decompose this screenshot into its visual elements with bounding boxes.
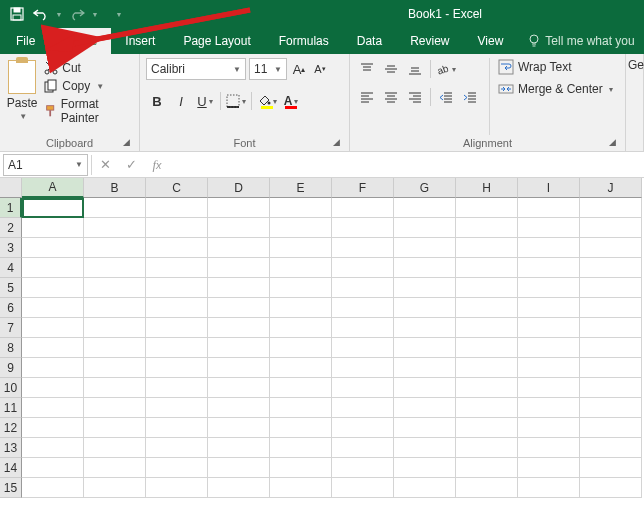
column-header[interactable]: E	[270, 178, 332, 198]
cell[interactable]	[146, 478, 208, 498]
cell[interactable]	[332, 418, 394, 438]
row-header[interactable]: 6	[0, 298, 22, 318]
column-header[interactable]: B	[84, 178, 146, 198]
align-center-button[interactable]	[380, 86, 402, 108]
copy-button[interactable]: Copy ▼	[42, 78, 133, 94]
copy-dropdown[interactable]: ▼	[94, 82, 104, 91]
cell[interactable]	[84, 338, 146, 358]
cell[interactable]	[208, 198, 270, 218]
fill-color-button[interactable]: ▾	[256, 90, 278, 112]
cell[interactable]	[456, 238, 518, 258]
font-launcher[interactable]: ◢	[329, 135, 343, 149]
column-header[interactable]: F	[332, 178, 394, 198]
font-name-select[interactable]: Calibri ▼	[146, 58, 246, 80]
cell[interactable]	[22, 338, 84, 358]
cell[interactable]	[456, 258, 518, 278]
formula-input[interactable]	[170, 154, 644, 176]
row-header[interactable]: 14	[0, 458, 22, 478]
cell[interactable]	[332, 398, 394, 418]
merge-dropdown[interactable]: ▾	[607, 85, 613, 94]
cell[interactable]	[208, 378, 270, 398]
cell[interactable]	[22, 238, 84, 258]
paste-button[interactable]: Paste ▼	[6, 58, 38, 135]
row-header[interactable]: 8	[0, 338, 22, 358]
cell[interactable]	[518, 378, 580, 398]
cell[interactable]	[394, 298, 456, 318]
cell[interactable]	[270, 478, 332, 498]
cell[interactable]	[146, 438, 208, 458]
redo-button[interactable]	[66, 3, 88, 25]
cell[interactable]	[208, 358, 270, 378]
cell[interactable]	[394, 278, 456, 298]
qat-customize[interactable]: ▼	[102, 3, 124, 25]
cancel-formula-button[interactable]: ✕	[92, 154, 118, 176]
cell[interactable]	[580, 398, 642, 418]
cell[interactable]	[332, 438, 394, 458]
cell[interactable]	[146, 338, 208, 358]
tab-page-layout[interactable]: Page Layout	[169, 28, 264, 54]
cell[interactable]	[580, 338, 642, 358]
cell[interactable]	[84, 198, 146, 218]
cell[interactable]	[394, 198, 456, 218]
cell[interactable]	[394, 258, 456, 278]
italic-button[interactable]: I	[170, 90, 192, 112]
cell[interactable]	[146, 198, 208, 218]
row-header[interactable]: 11	[0, 398, 22, 418]
cell[interactable]	[456, 338, 518, 358]
cell[interactable]	[580, 358, 642, 378]
cell[interactable]	[270, 318, 332, 338]
cell[interactable]	[518, 298, 580, 318]
clipboard-launcher[interactable]: ◢	[119, 135, 133, 149]
select-all-corner[interactable]	[0, 178, 22, 198]
font-color-button[interactable]: A ▾	[280, 90, 302, 112]
cell[interactable]	[580, 318, 642, 338]
row-header[interactable]: 2	[0, 218, 22, 238]
cell[interactable]	[84, 418, 146, 438]
cell[interactable]	[270, 218, 332, 238]
cell[interactable]	[394, 378, 456, 398]
cell[interactable]	[208, 398, 270, 418]
cell[interactable]	[270, 298, 332, 318]
cell[interactable]	[270, 458, 332, 478]
column-header[interactable]: H	[456, 178, 518, 198]
column-header[interactable]: J	[580, 178, 642, 198]
save-icon[interactable]	[6, 3, 28, 25]
cell[interactable]	[84, 298, 146, 318]
cell[interactable]	[456, 418, 518, 438]
cell[interactable]	[22, 298, 84, 318]
tab-file[interactable]: File	[0, 28, 51, 54]
align-right-button[interactable]	[404, 86, 426, 108]
insert-function-button[interactable]: fx	[144, 154, 170, 176]
tell-me[interactable]: Tell me what you	[517, 28, 634, 54]
cell[interactable]	[146, 458, 208, 478]
cell[interactable]	[270, 238, 332, 258]
cell[interactable]	[394, 238, 456, 258]
column-header[interactable]: C	[146, 178, 208, 198]
cell[interactable]	[22, 218, 84, 238]
row-header[interactable]: 4	[0, 258, 22, 278]
tab-data[interactable]: Data	[343, 28, 396, 54]
align-top-button[interactable]	[356, 58, 378, 80]
cell[interactable]	[518, 338, 580, 358]
tab-formulas[interactable]: Formulas	[265, 28, 343, 54]
cell[interactable]	[270, 438, 332, 458]
paste-dropdown[interactable]: ▼	[17, 112, 27, 121]
wrap-text-button[interactable]: Wrap Text	[496, 58, 615, 76]
cell[interactable]	[332, 198, 394, 218]
cell[interactable]	[270, 418, 332, 438]
cell[interactable]	[456, 438, 518, 458]
cell[interactable]	[518, 458, 580, 478]
cell[interactable]	[84, 278, 146, 298]
cell[interactable]	[332, 238, 394, 258]
cell[interactable]	[394, 478, 456, 498]
cell[interactable]	[332, 278, 394, 298]
column-header[interactable]: D	[208, 178, 270, 198]
increase-indent-button[interactable]	[459, 86, 481, 108]
cell[interactable]	[394, 438, 456, 458]
row-header[interactable]: 3	[0, 238, 22, 258]
tab-review[interactable]: Review	[396, 28, 463, 54]
cell[interactable]	[146, 298, 208, 318]
cell[interactable]	[518, 478, 580, 498]
cell[interactable]	[332, 218, 394, 238]
decrease-font-button[interactable]: A▾	[311, 60, 329, 78]
